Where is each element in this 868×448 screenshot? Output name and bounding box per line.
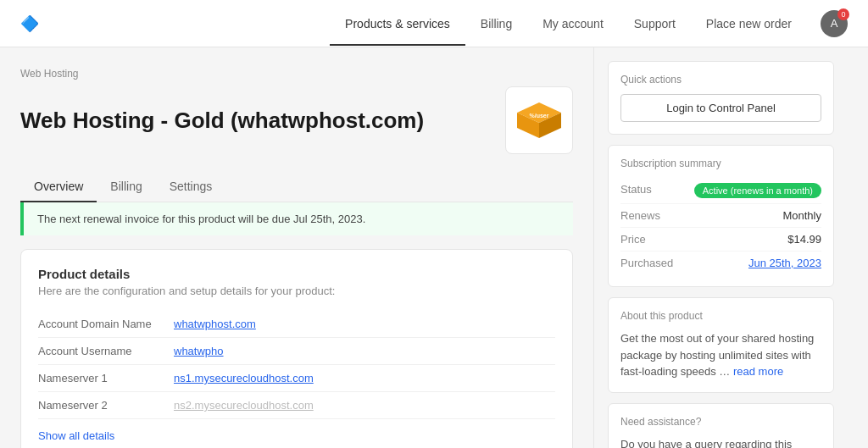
detail-value-ns2[interactable]: ns2.mysecurecloudhost.com: [174, 399, 314, 412]
product-details-subtitle: Here are the configuration and setup det…: [38, 285, 555, 297]
table-row: Nameserver 2 ns2.mysecurecloudhost.com: [38, 392, 555, 419]
page-title: Web Hosting - Gold (whatwphost.com): [20, 108, 424, 134]
about-product-section: About this product Get the most out of y…: [608, 297, 834, 393]
about-product-text: Get the most out of your shared hosting …: [620, 330, 821, 380]
show-all-details-link[interactable]: Show all details: [38, 429, 114, 442]
price-label: Price: [620, 233, 646, 246]
tab-settings[interactable]: Settings: [156, 171, 226, 202]
nav-item-support[interactable]: Support: [619, 2, 691, 46]
need-assistance-section: Need assistance? Do you have a query reg…: [608, 403, 834, 449]
product-details-title: Product details: [38, 267, 555, 281]
nav-item-billing[interactable]: Billing: [465, 2, 527, 46]
page-title-row: Web Hosting - Gold (whatwphost.com) %/us…: [20, 86, 573, 154]
content-area: Web Hosting Web Hosting - Gold (whatwpho…: [0, 47, 593, 448]
sidebar: Quick actions Login to Control Panel Sub…: [593, 47, 848, 448]
renews-label: Renews: [620, 209, 660, 222]
status-badge: Active (renews in a month): [694, 183, 821, 198]
subscription-purchased-row: Purchased Jun 25th, 2023: [620, 252, 821, 274]
need-assistance-text: Do you have a query regarding this produ…: [620, 436, 821, 449]
svg-text:%/user: %/user: [530, 113, 549, 119]
tabs: Overview Billing Settings: [20, 171, 573, 202]
subscription-price-row: Price $14.99: [620, 228, 821, 252]
detail-label-ns2: Nameserver 2: [38, 399, 174, 412]
need-assistance-title: Need assistance?: [620, 416, 821, 428]
detail-label-ns1: Nameserver 1: [38, 372, 174, 384]
tab-billing[interactable]: Billing: [97, 171, 155, 202]
detail-value-username[interactable]: whatwpho: [174, 345, 224, 357]
product-icon: %/user: [505, 86, 573, 154]
tab-overview[interactable]: Overview: [20, 171, 97, 202]
renews-value: Monthly: [782, 209, 821, 222]
status-label: Status: [620, 183, 652, 198]
login-control-panel-button[interactable]: Login to Control Panel: [620, 94, 821, 122]
read-more-link[interactable]: read more: [733, 365, 783, 378]
avatar-letter: A: [831, 17, 838, 30]
breadcrumb: Web Hosting: [20, 68, 573, 80]
renewal-notice: The next renewal invoice for this produc…: [20, 202, 573, 235]
quick-actions-title: Quick actions: [620, 74, 821, 86]
purchased-value[interactable]: Jun 25th, 2023: [748, 257, 821, 269]
about-text-content: Get the most out of your shared hosting …: [620, 332, 814, 378]
table-row: Account Username whatwpho: [38, 338, 555, 365]
avatar-badge: 0: [837, 8, 849, 20]
purchased-label: Purchased: [620, 257, 673, 269]
renewal-notice-text: The next renewal invoice for this produc…: [37, 213, 365, 225]
subscription-status-row: Status Active (renews in a month): [620, 178, 821, 204]
main-layout: Web Hosting Web Hosting - Gold (whatwpho…: [0, 47, 868, 448]
product-details-card: Product details Here are the configurati…: [20, 249, 573, 448]
hosting-icon-svg: %/user: [514, 99, 565, 141]
price-value: $14.99: [787, 233, 821, 246]
logo-icon: 🔷: [20, 15, 39, 32]
nav-item-place-order[interactable]: Place new order: [691, 2, 807, 46]
main-nav: Products & services Billing My account S…: [330, 2, 807, 46]
subscription-summary-title: Subscription summary: [620, 158, 821, 169]
header: 🔷 Products & services Billing My account…: [0, 0, 868, 47]
nav-item-products[interactable]: Products & services: [330, 2, 465, 46]
detail-value-domain[interactable]: whatwphost.com: [174, 318, 256, 330]
detail-label-username: Account Username: [38, 345, 174, 357]
detail-label-domain: Account Domain Name: [38, 318, 174, 330]
table-row: Nameserver 1 ns1.mysecurecloudhost.com: [38, 365, 555, 392]
nav-item-account[interactable]: My account: [527, 2, 619, 46]
logo: 🔷: [20, 14, 39, 33]
subscription-summary-section: Subscription summary Status Active (rene…: [608, 145, 834, 287]
detail-value-ns1[interactable]: ns1.mysecurecloudhost.com: [174, 372, 314, 384]
about-product-title: About this product: [620, 310, 821, 322]
table-row: Account Domain Name whatwphost.com: [38, 311, 555, 338]
avatar[interactable]: A 0: [821, 10, 848, 37]
subscription-renews-row: Renews Monthly: [620, 204, 821, 228]
quick-actions-section: Quick actions Login to Control Panel: [608, 61, 834, 135]
